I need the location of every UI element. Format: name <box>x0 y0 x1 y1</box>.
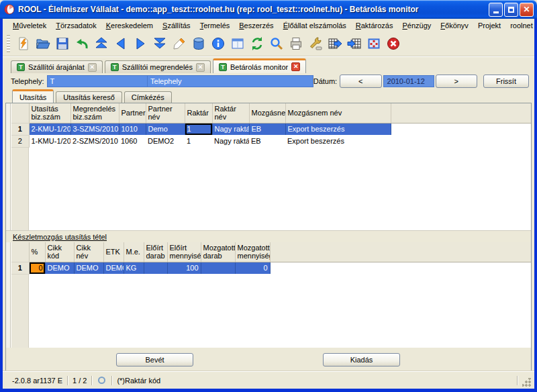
col-etk[interactable]: ETK <box>103 242 124 262</box>
col-cikk-kod[interactable]: Cikk kód <box>45 242 74 262</box>
cell[interactable]: 1010 <box>119 123 146 135</box>
subtab-utasitas[interactable]: Utasítás <box>12 89 54 103</box>
col-megrendeles-bizszam[interactable]: Megrendelés biz.szám <box>70 103 119 123</box>
form-button[interactable] <box>228 34 247 53</box>
cell[interactable]: 1 <box>185 135 212 147</box>
cell[interactable]: 1-KMU-1/2010 <box>29 135 70 147</box>
toolbar-gripper[interactable] <box>7 35 10 52</box>
menu-muveletek[interactable]: Műveletek <box>8 20 51 31</box>
import-grid-button[interactable] <box>344 34 364 53</box>
col-eloirt-darab[interactable]: Előírt darab <box>144 242 167 262</box>
menu-kereskedelem[interactable]: Kereskedelem <box>101 20 158 31</box>
window-size-button[interactable] <box>364 34 383 53</box>
cell[interactable]: 3-SZMS/2010 <box>70 123 119 135</box>
col-raktar-nev[interactable]: Raktár név <box>212 103 249 123</box>
row-number[interactable]: 2 <box>11 135 29 147</box>
resize-grip[interactable] <box>522 378 532 387</box>
cell[interactable]: Export beszerzés <box>285 123 391 135</box>
cell[interactable] <box>144 262 167 274</box>
percent-cell[interactable]: 0 <box>29 262 45 274</box>
cell[interactable]: Demo <box>146 123 185 135</box>
minimize-button[interactable] <box>489 3 503 17</box>
database-button[interactable] <box>189 34 208 53</box>
menu-termeles[interactable]: Termelés <box>195 20 235 31</box>
menu-roolnet[interactable]: roolnet <box>505 20 537 31</box>
last-record-button[interactable] <box>150 34 169 53</box>
stop-button[interactable] <box>383 34 403 53</box>
search-button[interactable] <box>266 34 286 53</box>
cell[interactable]: 0 <box>235 262 270 274</box>
previous-record-button[interactable] <box>111 34 130 53</box>
tab-szallitoi-arajanlat[interactable]: T Szállítói árajánlat ✕ <box>11 60 103 73</box>
menu-fokonyv[interactable]: Főkönyv <box>436 20 473 31</box>
col-raktar[interactable]: Raktár <box>185 103 212 123</box>
tab-szallitoi-megrendeles[interactable]: T Szállítói megrendelés ✕ <box>105 60 211 73</box>
cell[interactable]: Nagy raktár <box>212 135 249 147</box>
receive-button[interactable]: Bevét <box>116 353 193 366</box>
issue-button[interactable]: Kiadás <box>323 353 400 366</box>
row-number[interactable]: 1 <box>11 123 29 135</box>
col-partner-nev[interactable]: Partner név <box>146 103 185 123</box>
previous-day-button[interactable]: < <box>340 75 381 88</box>
tab-betarolas-monitor[interactable]: T Betárolás monitor ✕ <box>213 58 306 73</box>
subtab-utasitas-kereso[interactable]: Utasítás kereső <box>56 91 121 103</box>
menu-projekt[interactable]: Projekt <box>473 20 505 31</box>
row-number[interactable]: 1 <box>11 262 29 274</box>
orders-row-1[interactable]: 1 2-KMU-1/2010 3-SZMS/2010 1010 Demo 1 N… <box>11 123 531 135</box>
col-partner[interactable]: Partner <box>119 103 146 123</box>
tab-close-icon[interactable]: ✕ <box>88 63 97 72</box>
tools-button[interactable] <box>305 34 325 53</box>
tab-close-icon[interactable]: ✕ <box>291 62 300 71</box>
print-button[interactable] <box>286 34 305 53</box>
col-mozgatott-mennyiseg[interactable]: Mozgatott mennyiség <box>235 242 270 262</box>
cell[interactable]: 2-KMU-1/2010 <box>29 123 70 135</box>
site-code-field[interactable]: T <box>47 75 148 87</box>
title-bar[interactable]: ROOL - Élelmiszer Vállalat - demo::app_t… <box>0 0 537 19</box>
cell[interactable]: Export beszerzés <box>285 135 391 147</box>
menu-eloallat-elszamolas[interactable]: Élőállat elszámolás <box>279 20 351 31</box>
col-eloirt-mennyiseg[interactable]: Előírt mennyiség <box>167 242 201 262</box>
menu-penzugy[interactable]: Pénzügy <box>397 20 436 31</box>
cell[interactable]: DEMO <box>74 262 103 274</box>
col-mozgatott-darab[interactable]: Mozgatott darab <box>201 242 235 262</box>
cell[interactable] <box>201 262 235 274</box>
close-button[interactable]: ✕ <box>520 3 534 17</box>
maximize-button[interactable] <box>504 3 518 17</box>
cell[interactable]: DEMO2 <box>146 135 185 147</box>
menu-raktarozas[interactable]: Raktározás <box>351 20 398 31</box>
cell[interactable]: DEMO <box>45 262 74 274</box>
col-mozgasnem[interactable]: Mozgásnem <box>249 103 285 123</box>
next-record-button[interactable] <box>130 34 150 53</box>
next-day-button[interactable]: > <box>436 75 477 88</box>
cell[interactable]: 100 <box>167 262 201 274</box>
refresh-data-button[interactable]: Frissít <box>483 75 529 88</box>
cell[interactable]: Nagy raktár <box>212 123 249 135</box>
col-utasitas-bizszam[interactable]: Utasítás biz.szám <box>29 103 70 123</box>
menu-torzsadatok[interactable]: Törzsadatok <box>51 20 101 31</box>
cell[interactable]: EB <box>249 123 285 135</box>
cell[interactable]: EB <box>249 135 285 147</box>
cell[interactable]: KG <box>124 262 144 274</box>
date-field[interactable]: 2010-01-12 <box>383 75 434 87</box>
save-button[interactable] <box>52 34 72 53</box>
undo-button[interactable] <box>72 34 91 53</box>
col-mozgasnem-nev[interactable]: Mozgásnem név <box>285 103 391 123</box>
detail-row-1[interactable]: 1 0 DEMO DEMO DEMO KG 100 0 <box>11 262 531 274</box>
orders-row-2[interactable]: 2 1-KMU-1/2010 2-SZMS/2010 1060 DEMO2 1 … <box>11 135 531 147</box>
col-percent[interactable]: % <box>29 242 45 262</box>
cell[interactable]: 2-SZMS/2010 <box>70 135 119 147</box>
tab-close-icon[interactable]: ✕ <box>196 63 205 72</box>
open-folder-button[interactable] <box>33 34 52 53</box>
export-grid-button[interactable] <box>325 34 344 53</box>
new-document-button[interactable] <box>13 34 33 53</box>
edit-button[interactable] <box>169 34 189 53</box>
info-button[interactable] <box>208 34 228 53</box>
first-record-button[interactable] <box>91 34 111 53</box>
col-me[interactable]: M.e. <box>124 242 144 262</box>
focused-cell[interactable]: 1 <box>185 123 212 135</box>
cell[interactable]: 1060 <box>119 135 146 147</box>
site-name-field[interactable]: Telephely <box>147 75 313 87</box>
cell[interactable]: DEMO <box>103 262 124 274</box>
col-cikk-nev[interactable]: Cikk név <box>74 242 103 262</box>
menu-szallitas[interactable]: Szállítás <box>158 20 195 31</box>
